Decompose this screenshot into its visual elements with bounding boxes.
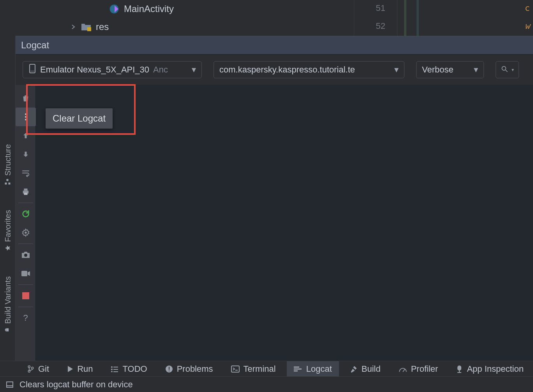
tab-label: Run bbox=[77, 364, 93, 374]
left-tool-stripe: Structure Favorites Build Variants bbox=[0, 36, 16, 361]
scroll-to-end-button[interactable] bbox=[16, 108, 36, 126]
restart-button[interactable] bbox=[16, 205, 36, 223]
svg-rect-21 bbox=[22, 292, 29, 299]
stop-icon bbox=[22, 292, 29, 299]
device-icon bbox=[28, 64, 36, 76]
tool-window-label: Build Variants bbox=[4, 276, 12, 324]
tab-label: Profiler bbox=[411, 364, 438, 374]
tooltip-clear-logcat: Clear Logcat bbox=[46, 108, 113, 129]
svg-rect-37 bbox=[294, 371, 298, 371]
more-vert-icon bbox=[24, 113, 27, 121]
gauge-icon bbox=[399, 366, 407, 373]
tool-window-tab-favorites[interactable]: Favorites bbox=[0, 203, 16, 258]
tool-windows-icon[interactable] bbox=[4, 381, 16, 388]
device-name: Emulator Nexus_5X_API_30 bbox=[40, 65, 149, 75]
print-icon bbox=[21, 188, 30, 196]
separator bbox=[18, 203, 33, 203]
clear-logcat-button[interactable] bbox=[16, 89, 36, 108]
tab-problems[interactable]: Problems bbox=[158, 361, 220, 377]
svg-line-11 bbox=[506, 70, 508, 72]
svg-point-14 bbox=[25, 119, 26, 120]
tab-run[interactable]: Run bbox=[60, 361, 100, 377]
process-selector[interactable]: com.kaspersky.kaspresso.tutorial.te ▾ bbox=[214, 61, 404, 78]
tab-label: TODO bbox=[122, 364, 147, 374]
android-icon bbox=[5, 325, 11, 334]
video-icon bbox=[21, 270, 30, 277]
device-suffix: Anc bbox=[153, 65, 168, 75]
svg-rect-33 bbox=[169, 371, 169, 371]
svg-rect-30 bbox=[113, 371, 118, 372]
logcat-icon bbox=[294, 366, 302, 372]
logcat-search-input[interactable]: ▾ bbox=[496, 61, 519, 78]
separator bbox=[18, 307, 33, 307]
tooltip-text: Clear Logcat bbox=[53, 113, 106, 124]
svg-rect-26 bbox=[113, 367, 118, 367]
tab-app-inspection[interactable]: App Inspection bbox=[449, 361, 531, 377]
tool-window-tab-structure[interactable]: Structure bbox=[0, 137, 16, 192]
line-number: 51 bbox=[362, 3, 385, 13]
tab-build[interactable]: Build bbox=[343, 361, 388, 377]
settings-button[interactable] bbox=[16, 223, 36, 242]
status-text: Clears logcat buffer on device bbox=[19, 380, 133, 390]
process-name: com.kaspersky.kaspresso.tutorial.te bbox=[219, 65, 355, 75]
logcat-side-toolbar: ? bbox=[16, 85, 36, 361]
svg-rect-20 bbox=[21, 271, 27, 276]
error-icon bbox=[165, 365, 173, 373]
hammer-icon bbox=[350, 365, 358, 373]
tab-git[interactable]: Git bbox=[20, 361, 56, 377]
svg-rect-8 bbox=[30, 64, 35, 73]
logcat-panel-title[interactable]: Logcat bbox=[16, 36, 533, 55]
tool-window-label: Favorites bbox=[4, 210, 12, 242]
svg-rect-28 bbox=[113, 369, 118, 370]
record-screen-button[interactable] bbox=[16, 264, 36, 283]
tab-todo[interactable]: TODO bbox=[104, 361, 154, 377]
tab-logcat[interactable]: Logcat bbox=[287, 361, 339, 377]
svg-point-10 bbox=[502, 66, 506, 70]
line-number: 52 bbox=[362, 21, 385, 31]
device-selector[interactable]: Emulator Nexus_5X_API_30 Anc ▾ bbox=[23, 61, 202, 78]
structure-icon bbox=[5, 177, 11, 186]
logcat-toolbar: Emulator Nexus_5X_API_30 Anc ▾ com.kaspe… bbox=[16, 55, 533, 85]
svg-rect-17 bbox=[24, 193, 27, 195]
tab-label: Git bbox=[38, 364, 49, 374]
help-button[interactable]: ? bbox=[16, 309, 36, 327]
terminal-icon bbox=[231, 366, 240, 373]
svg-rect-41 bbox=[7, 382, 13, 387]
svg-rect-34 bbox=[231, 366, 239, 372]
tab-terminal[interactable]: Terminal bbox=[224, 361, 283, 377]
down-button[interactable] bbox=[16, 145, 36, 164]
log-output-area[interactable]: Clear Logcat bbox=[36, 85, 533, 361]
tab-label: Logcat bbox=[306, 364, 332, 374]
up-button[interactable] bbox=[16, 126, 36, 145]
terminate-button[interactable] bbox=[16, 286, 36, 305]
chevron-right-icon[interactable] bbox=[70, 24, 76, 30]
editor-gutter: 51 52 c w bbox=[354, 0, 533, 36]
list-icon bbox=[111, 366, 118, 372]
chevron-down-icon: ▾ bbox=[512, 67, 514, 72]
chevron-down-icon: ▾ bbox=[192, 65, 196, 75]
svg-point-25 bbox=[111, 366, 113, 368]
resources-folder-icon bbox=[81, 23, 91, 31]
highlight-annotation bbox=[26, 84, 136, 135]
logcat-body: ? Clear Logcat bbox=[16, 85, 533, 361]
chevron-down-icon: ▾ bbox=[474, 65, 478, 75]
log-level-selector[interactable]: Verbose ▾ bbox=[416, 61, 484, 78]
soft-wrap-button[interactable] bbox=[16, 164, 36, 182]
tool-window-tab-build-variants[interactable]: Build Variants bbox=[0, 270, 16, 340]
screenshot-button[interactable] bbox=[16, 245, 36, 264]
kotlin-file-icon bbox=[109, 4, 119, 14]
tree-item-label: MainActivity bbox=[124, 4, 174, 14]
tab-profiler[interactable]: Profiler bbox=[392, 361, 445, 377]
svg-rect-35 bbox=[294, 367, 299, 367]
log-level-value: Verbose bbox=[422, 65, 454, 75]
tab-label: Problems bbox=[177, 364, 213, 374]
tab-label: Build bbox=[362, 364, 381, 374]
gear-icon bbox=[21, 228, 30, 237]
svg-point-24 bbox=[32, 367, 34, 369]
separator bbox=[18, 284, 33, 285]
tab-label: Terminal bbox=[244, 364, 276, 374]
arrow-up-icon bbox=[22, 132, 30, 139]
camera-icon bbox=[21, 251, 30, 259]
print-button[interactable] bbox=[16, 182, 36, 201]
trash-icon bbox=[21, 94, 30, 102]
